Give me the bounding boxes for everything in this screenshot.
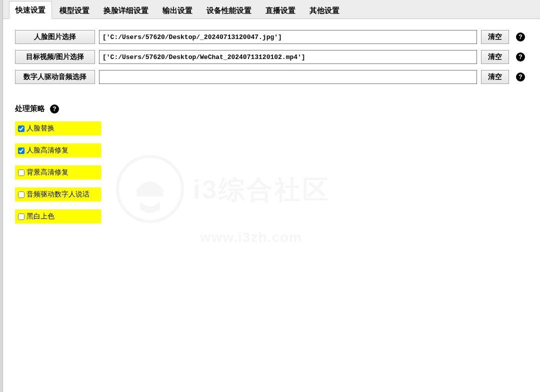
strategy-section: 处理策略 ? 人脸替换 人脸高清修复 背景高清修复 音频驱动数字人说话 黑白上色 [15, 104, 525, 224]
checkbox-input[interactable] [18, 148, 24, 154]
checkbox-bw-colorize[interactable]: 黑白上色 [15, 210, 101, 224]
strategy-title: 处理策略 [15, 104, 45, 114]
checkbox-input[interactable] [18, 170, 24, 176]
target-media-path-input[interactable] [99, 50, 477, 64]
checkbox-label: 黑白上色 [26, 212, 54, 221]
digital-audio-clear-button[interactable]: 清空 [481, 70, 509, 84]
tab-live-settings[interactable]: 直播设置 [259, 2, 302, 19]
content-panel: i3综合社区 www.i3zh.com 人脸图片选择 清空 ? 目标视频/图片选… [0, 19, 540, 224]
checkbox-bg-hd-restore[interactable]: 背景高清修复 [15, 166, 101, 180]
row-target-media: 目标视频/图片选择 清空 ? [15, 50, 525, 64]
strategy-header: 处理策略 ? [15, 104, 525, 114]
watermark-url: www.i3zh.com [200, 230, 330, 246]
tab-faceswap-detail[interactable]: 换脸详细设置 [97, 2, 155, 19]
digital-audio-path-input[interactable] [99, 70, 477, 84]
target-media-select-button[interactable]: 目标视频/图片选择 [15, 50, 95, 64]
digital-audio-select-button[interactable]: 数字人驱动音频选择 [15, 70, 95, 84]
help-icon[interactable]: ? [516, 52, 525, 62]
checkbox-face-swap[interactable]: 人脸替换 [15, 122, 101, 136]
checkbox-label: 音频驱动数字人说话 [26, 190, 90, 199]
tab-output-settings[interactable]: 输出设置 [156, 2, 199, 19]
face-image-clear-button[interactable]: 清空 [481, 30, 509, 44]
checkbox-input[interactable] [18, 214, 24, 220]
face-image-select-button[interactable]: 人脸图片选择 [15, 30, 95, 44]
row-face-image: 人脸图片选择 清空 ? [15, 30, 525, 44]
target-media-clear-button[interactable]: 清空 [481, 50, 509, 64]
tab-quick-settings[interactable]: 快速设置 [9, 1, 52, 19]
tab-bar: 快速设置 模型设置 换脸详细设置 输出设置 设备性能设置 直播设置 其他设置 [0, 0, 540, 19]
checkbox-label: 人脸替换 [26, 124, 54, 133]
checkbox-label: 背景高清修复 [26, 168, 68, 177]
checkbox-input[interactable] [18, 192, 24, 198]
checkbox-audio-drive-talk[interactable]: 音频驱动数字人说话 [15, 188, 101, 202]
help-icon[interactable]: ? [50, 104, 59, 114]
help-icon[interactable]: ? [516, 72, 525, 82]
checkbox-label: 人脸高清修复 [26, 146, 68, 155]
tab-model-settings[interactable]: 模型设置 [53, 2, 96, 19]
face-image-path-input[interactable] [99, 30, 477, 44]
tab-other-settings[interactable]: 其他设置 [303, 2, 346, 19]
help-icon[interactable]: ? [516, 32, 525, 42]
tab-device-perf[interactable]: 设备性能设置 [200, 2, 258, 19]
row-digital-audio: 数字人驱动音频选择 清空 ? [15, 70, 525, 84]
checkbox-input[interactable] [18, 126, 24, 132]
checkbox-face-hd-restore[interactable]: 人脸高清修复 [15, 144, 101, 158]
